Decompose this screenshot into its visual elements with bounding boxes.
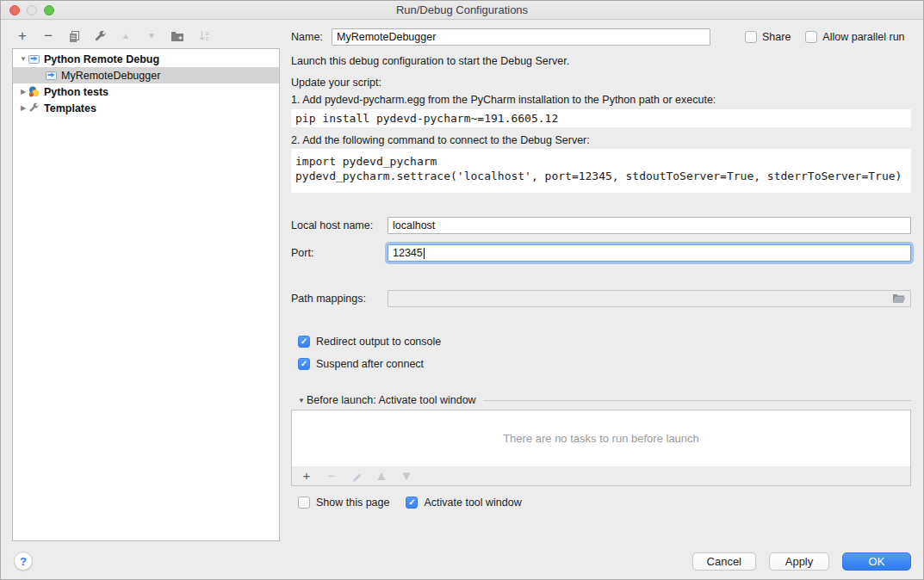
share-checkbox[interactable] [745,31,757,43]
path-mappings-input[interactable] [388,290,911,307]
name-label: Name: [291,31,332,43]
share-option[interactable]: Share [745,31,791,43]
sort-alphabetically-icon: az [198,30,209,42]
move-up-button: ▲ [119,28,133,44]
tree-item-myremotedebugger-selected[interactable]: MyRemoteDebugger [13,67,279,83]
text-caret [424,248,425,259]
cancel-button[interactable]: Cancel [692,552,756,571]
help-icon: ? [20,555,27,568]
suspend-after-connect-option[interactable]: ✓ Suspend after connect [298,358,424,370]
share-label: Share [762,31,791,43]
wrench-icon [94,30,107,43]
add-configuration-button[interactable]: + [16,28,29,44]
open-folder-icon [892,293,906,304]
section-divider [483,400,911,401]
traffic-lights [9,5,54,15]
remote-debug-config-icon [46,70,58,81]
move-up-icon: ▲ [121,29,130,43]
close-window-button[interactable] [9,5,20,15]
settrace-code: import pydevd_pycharm pydevd_pycharm.set… [291,149,911,193]
redirect-output-label: Redirect output to console [316,336,441,348]
step2-text: 2. Add the following command to connect … [291,134,590,146]
edit-task-button [350,468,363,484]
remote-debug-config-icon [28,53,40,65]
browse-path-mappings-button[interactable] [892,293,906,304]
activate-tool-window-checkbox[interactable]: ✓ [406,497,418,509]
page-options-row: Show this page ✓ Activate tool window [298,497,522,509]
minus-icon: − [328,469,336,483]
redirect-output-option[interactable]: ✓ Redirect output to console [298,336,441,348]
before-launch-header[interactable]: ▼ Before launch: Activate tool window [296,394,911,406]
check-icon: ✓ [301,337,307,346]
update-script-text: Update your script: [291,77,381,89]
move-up-icon: ▲ [375,469,388,483]
copy-configuration-button[interactable] [67,28,81,44]
apply-button[interactable]: Apply [769,552,829,571]
edit-defaults-button[interactable] [93,28,107,44]
name-row: Name: Share Allow parallel run [291,28,914,46]
collapse-arrow-icon[interactable]: ▼ [18,55,28,63]
show-this-page-checkbox[interactable] [298,497,310,509]
move-down-icon: ▼ [400,469,413,483]
tree-item-python-tests[interactable]: ▶ Python tests [13,83,279,100]
check-icon: ✓ [408,498,415,507]
tree-item-label: Python tests [44,86,109,98]
ok-button[interactable]: OK [842,552,911,571]
create-folder-button[interactable] [171,28,184,44]
remove-configuration-button[interactable]: − [41,28,55,44]
allow-parallel-run-checkbox[interactable] [805,31,817,43]
pip-install-code: pip install pydevd-pycharm~=191.6605.12 [291,109,911,127]
configuration-editor: Name: Share Allow parallel run Launch th… [291,1,914,580]
before-launch-title: Before launch: Activate tool window [307,394,476,406]
dialog-buttons: Cancel Apply OK [692,552,911,571]
expand-arrow-icon[interactable]: ▶ [18,88,28,96]
configurations-toolbar: + − ▲ ▼ az [16,27,210,46]
port-input[interactable]: 12345 [388,244,911,262]
settrace-code-line1: import pydevd_pycharm [295,154,911,169]
suspend-after-connect-checkbox[interactable]: ✓ [298,358,310,370]
remove-task-button: − [325,468,338,484]
allow-parallel-run-label: Allow parallel run [822,31,904,43]
path-mappings-label: Path mappings: [291,293,388,305]
collapse-arrow-icon[interactable]: ▼ [296,397,307,404]
add-task-button[interactable]: + [300,468,313,484]
tree-item-templates[interactable]: ▶ Templates [13,100,279,116]
move-down-button: ▼ [145,28,158,44]
run-debug-configurations-dialog: Run/Debug Configurations + − ▲ ▼ [0,0,924,580]
suspend-after-connect-label: Suspend after connect [316,358,424,370]
move-down-icon: ▼ [147,29,156,43]
redirect-output-checkbox[interactable]: ✓ [298,336,310,348]
python-tests-icon [28,86,40,97]
step1-text: 1. Add pydevd-pycharm.egg from the PyCha… [291,94,716,106]
check-icon: ✓ [301,360,307,368]
move-task-down-button: ▼ [400,468,413,484]
before-launch-toolbar: + − ▲ ▼ [291,466,911,486]
before-launch-task-list[interactable]: There are no tasks to run before launch [291,410,911,467]
templates-wrench-icon [28,102,40,114]
path-mappings-row: Path mappings: [291,290,911,307]
local-host-input[interactable] [388,217,911,234]
expand-arrow-icon[interactable]: ▶ [18,104,28,112]
settrace-code-line2: pydevd_pycharm.settrace('localhost', por… [295,169,911,183]
new-folder-icon [171,30,184,42]
configurations-tree: ▼ Python Remote Debug MyRemoteDebugger ▶ [12,48,280,541]
local-host-label: Local host name: [291,219,388,231]
activate-tool-window-label: Activate tool window [424,497,521,509]
tree-item-label: Python Remote Debug [44,53,159,65]
copy-icon [68,30,81,43]
name-input[interactable] [332,28,710,46]
allow-parallel-run-option[interactable]: Allow parallel run [805,31,904,43]
tree-item-label: Templates [44,102,96,114]
plus-icon: + [303,469,311,483]
local-host-row: Local host name: [291,217,911,234]
tree-item-label: MyRemoteDebugger [61,70,160,82]
port-value: 12345 [393,247,423,259]
zoom-window-button[interactable] [44,5,54,15]
tree-item-python-remote-debug[interactable]: ▼ Python Remote Debug [13,51,279,67]
minus-icon: − [44,29,53,43]
pencil-icon [351,471,363,482]
sort-configurations-button: az [196,28,210,44]
port-row: Port: 12345 [291,244,911,262]
show-this-page-label: Show this page [316,497,389,509]
help-button[interactable]: ? [14,552,33,571]
